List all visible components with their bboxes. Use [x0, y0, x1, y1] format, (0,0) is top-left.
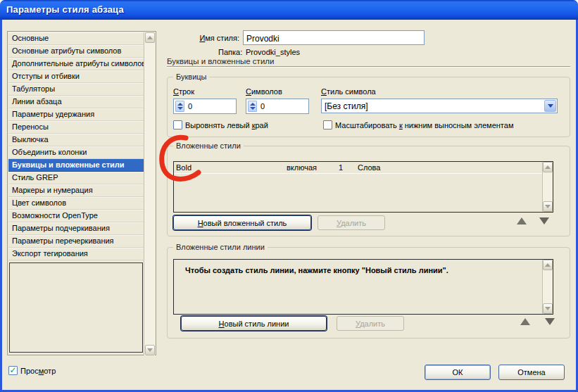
sidebar-item-paragraph-rules[interactable]: Линии абзаца [8, 96, 144, 108]
drop-caps-group: Буквицы Строк 0 Символов 0 Стиль символа… [167, 77, 570, 137]
scroll-up-icon[interactable] [543, 162, 553, 172]
sidebar-item-export-tagging[interactable]: Экспорт тегирования [8, 248, 144, 260]
chevron-down-icon[interactable] [544, 100, 556, 112]
line-styles-scrollbar[interactable] [542, 260, 553, 314]
sidebar-item-bullets-numbering[interactable]: Маркеры и нумерация [8, 184, 144, 197]
scroll-up-icon[interactable] [543, 260, 553, 270]
align-left-edge-checkbox[interactable] [173, 120, 182, 129]
nested-style-name[interactable]: Bold [176, 163, 191, 172]
drop-cap-lines-field[interactable]: 0 [173, 99, 237, 114]
drop-cap-chars-label: Символов [246, 87, 282, 96]
nested-style-count[interactable]: 1 [339, 163, 343, 172]
character-style-label: Стиль символа [321, 87, 376, 96]
move-up-icon[interactable] [520, 318, 530, 325]
paragraph-style-options-dialog: Параметры стиля абзаца Основные Основные… [0, 0, 578, 392]
scale-for-descenders-checkbox[interactable] [323, 120, 332, 129]
sidebar-item-strikethrough-options[interactable]: Параметры перечеркивания [8, 235, 144, 248]
chars-stepper[interactable] [248, 101, 257, 112]
window-title: Параметры стиля абзаца [6, 4, 124, 15]
cancel-button[interactable]: Отмена [498, 365, 565, 380]
sidebar-item-drop-caps-nested-styles[interactable]: Буквицы и вложенные стили [8, 159, 144, 172]
drop-cap-chars-field[interactable]: 0 [246, 99, 309, 114]
sidebar-item-tabs[interactable]: Табуляторы [8, 83, 144, 96]
scroll-down-icon[interactable] [543, 201, 553, 212]
nested-style-unit[interactable]: Слова [358, 163, 380, 172]
drop-cap-chars-value: 0 [260, 102, 265, 110]
sidebar-item-indents-spacing[interactable]: Отступы и отбивки [8, 70, 144, 83]
nested-line-styles-group: Вложенные стили линии Чтобы создать стил… [167, 247, 570, 339]
new-line-style-button[interactable]: Новый стиль линии [181, 316, 327, 331]
sidebar-item-character-color[interactable]: Цвет символов [8, 197, 144, 210]
nested-line-styles-group-title: Вложенные стили линии [173, 243, 268, 251]
preview-label: Просмотр [20, 367, 56, 375]
align-left-edge-label: Выровнять левый край [185, 121, 268, 129]
ok-button[interactable]: ОК [425, 365, 491, 380]
style-name-input[interactable] [243, 30, 425, 45]
line-styles-list[interactable]: Чтобы создать стиль линии, нажмите кнопк… [173, 259, 553, 315]
nested-styles-list[interactable]: Bold включая 1 Слова [173, 161, 553, 213]
sidebar-item-underline-options[interactable]: Параметры подчеркивания [8, 222, 144, 235]
sidebar-item-keep-options[interactable]: Параметры удержания [8, 108, 144, 121]
folder-value: Provodki_styles [246, 48, 300, 56]
nested-styles-scrollbar[interactable] [542, 162, 553, 212]
line-styles-hint: Чтобы создать стиль линии, нажмите кнопк… [185, 266, 448, 274]
scroll-down-icon[interactable] [145, 345, 155, 355]
move-down-icon[interactable] [539, 217, 549, 225]
sidebar-item-basic-char-formats[interactable]: Основные атрибуты символов [8, 45, 144, 58]
delete-line-style-button[interactable]: Удалить [337, 316, 404, 331]
sidebar-scrollbar[interactable] [144, 32, 155, 355]
character-style-select[interactable]: [Без стиля] [321, 99, 558, 113]
sections-panel: Основные Основные атрибуты символов Допо… [7, 31, 156, 355]
scroll-down-icon[interactable] [543, 303, 553, 314]
sidebar-item-justification[interactable]: Выключка [8, 134, 144, 146]
nested-styles-group-title: Вложенные стили [173, 141, 244, 150]
sidebar-item-advanced-char-formats[interactable]: Дополнительные атрибуты символов [8, 58, 144, 70]
preview-checkbox[interactable]: ✓ [8, 366, 18, 375]
sidebar-item-hyphenation[interactable]: Переносы [8, 121, 144, 134]
nested-style-row[interactable]: Bold включая 1 Слова [174, 162, 542, 174]
title-bar[interactable]: Параметры стиля абзаца [0, 0, 578, 20]
page-title: Буквицы и вложенные стили [167, 57, 274, 65]
sidebar-item-general[interactable]: Основные [8, 32, 144, 45]
move-down-icon[interactable] [545, 318, 555, 325]
sidebar-item-grep-style[interactable]: Стиль GREP [8, 172, 144, 184]
folder-label: Папка: [218, 48, 242, 56]
sections-list: Основные Основные атрибуты символов Допо… [8, 32, 144, 260]
drop-cap-lines-label: Строк [173, 87, 194, 96]
preview-box [9, 263, 143, 353]
style-name-label: Имя стиля: [176, 34, 239, 42]
nested-styles-group: Вложенные стили Bold включая 1 Слова Нов… [167, 146, 570, 236]
header-separator [167, 66, 570, 68]
lines-stepper[interactable] [175, 101, 184, 112]
drop-cap-lines-value: 0 [188, 102, 192, 110]
sidebar-item-opentype-features[interactable]: Возможности OpenType [8, 210, 144, 222]
delete-nested-style-button[interactable]: Удалить [318, 215, 385, 230]
drop-caps-group-title: Буквицы [173, 72, 209, 81]
scale-for-descenders-label: Масштабировать к нижним выносным элемент… [335, 121, 513, 129]
new-nested-style-button[interactable]: Новый вложенный стиль [173, 215, 311, 230]
scroll-up-icon[interactable] [145, 32, 155, 43]
move-up-icon[interactable] [517, 217, 527, 225]
character-style-value: [Без стиля] [325, 101, 368, 111]
sidebar-item-span-columns[interactable]: Объединить колонки [8, 146, 144, 159]
nested-style-condition[interactable]: включая [287, 163, 317, 172]
